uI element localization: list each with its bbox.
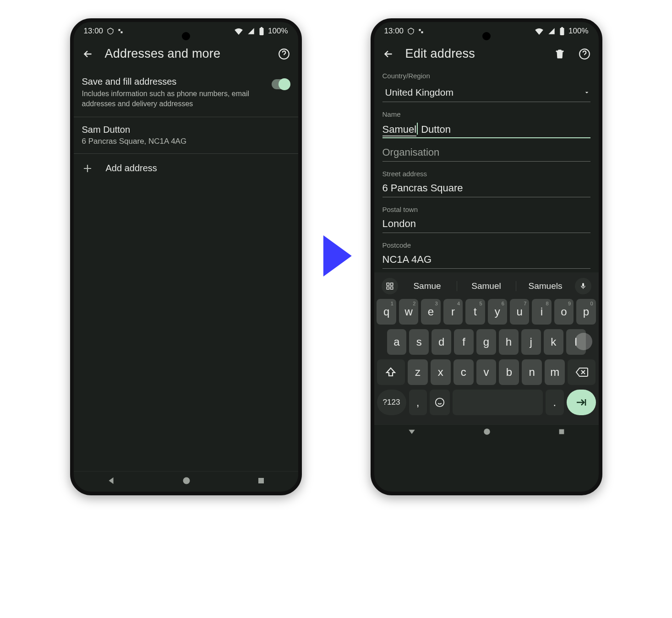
shift-icon (385, 367, 396, 378)
chevron-down-icon (583, 89, 590, 96)
svg-rect-15 (390, 287, 393, 289)
transition-arrow (320, 235, 352, 278)
key-q[interactable]: q1 (377, 299, 396, 325)
wifi-icon (234, 27, 243, 35)
key-l[interactable]: l (566, 329, 586, 355)
plus-small-icon (418, 28, 424, 34)
nav-home-button[interactable] (483, 428, 491, 438)
name-field[interactable]: Name Samuel Dutton (382, 110, 590, 138)
signal-icon (247, 27, 255, 35)
wifi-icon (535, 27, 544, 35)
key-h[interactable]: h (499, 329, 519, 355)
svg-rect-6 (258, 478, 264, 483)
key-k[interactable]: k (544, 329, 563, 355)
space-key[interactable] (453, 390, 543, 415)
help-button[interactable] (276, 48, 292, 60)
key-m[interactable]: m (545, 359, 565, 385)
back-button[interactable] (381, 48, 396, 60)
key-w[interactable]: w2 (399, 299, 418, 325)
comma-key[interactable]: , (409, 390, 427, 415)
key-e[interactable]: e3 (421, 299, 440, 325)
shield-icon (407, 27, 415, 35)
svg-rect-0 (119, 29, 120, 31)
help-icon (579, 48, 590, 60)
backspace-key[interactable] (568, 359, 596, 385)
status-battery: 100% (268, 27, 288, 36)
postcode-value: NC1A 4AG (382, 254, 590, 266)
country-field[interactable]: Country/Region United Kingdom (382, 72, 590, 102)
nav-back-button[interactable] (106, 476, 116, 488)
svg-rect-2 (260, 28, 264, 35)
play-icon (320, 235, 352, 276)
nav-back-button[interactable] (407, 427, 416, 438)
next-icon (575, 398, 587, 407)
key-z[interactable]: z (408, 359, 428, 385)
key-p[interactable]: p0 (576, 299, 596, 325)
save-fill-toggle[interactable] (272, 79, 290, 89)
back-button[interactable] (80, 48, 96, 60)
street-field[interactable]: Street address 6 Pancras Square (382, 170, 590, 197)
arrow-left-icon (382, 48, 394, 60)
svg-point-5 (183, 477, 190, 484)
enter-key[interactable] (567, 390, 596, 415)
system-nav (374, 424, 599, 440)
help-button[interactable] (577, 48, 592, 60)
period-key[interactable]: . (546, 390, 563, 415)
nav-recent-button[interactable] (257, 477, 265, 487)
stickers-button[interactable] (382, 278, 398, 294)
key-i[interactable]: i8 (532, 299, 551, 325)
address-entry[interactable]: Sam Dutton 6 Pancras Square, NC1A 4AG (74, 117, 298, 153)
setting-subtitle: Includes information such as phone numbe… (82, 89, 265, 109)
country-label: Country/Region (382, 72, 590, 80)
key-b[interactable]: b (499, 359, 519, 385)
postcode-field[interactable]: Postcode NC1A 4AG (382, 241, 590, 269)
key-u[interactable]: u7 (510, 299, 529, 325)
key-r[interactable]: r4 (443, 299, 463, 325)
key-s[interactable]: s (409, 329, 429, 355)
phone-right: 13:00 100% Edit address Country/Region U… (371, 18, 602, 495)
key-d[interactable]: d (432, 329, 451, 355)
country-value: United Kingdom (382, 87, 453, 98)
svg-point-17 (484, 428, 491, 435)
key-f[interactable]: f (454, 329, 474, 355)
delete-button[interactable] (552, 49, 568, 60)
suggestion-3[interactable]: Samuels (520, 278, 571, 294)
phone-left: 13:00 100% Addresses and more Save and f… (70, 18, 302, 495)
signal-icon (547, 27, 556, 35)
key-t[interactable]: t5 (465, 299, 485, 325)
shift-key[interactable] (377, 359, 405, 385)
triangle-left-icon (106, 476, 116, 486)
suggestion-1[interactable]: Samue (402, 278, 453, 294)
entry-address: 6 Pancras Square, NC1A 4AG (82, 137, 290, 146)
key-c[interactable]: c (453, 359, 474, 385)
name-label: Name (382, 110, 590, 118)
postcode-label: Postcode (382, 241, 590, 249)
emoji-key[interactable] (430, 390, 450, 415)
key-n[interactable]: n (522, 359, 542, 385)
svg-rect-3 (261, 27, 262, 28)
key-g[interactable]: g (476, 329, 496, 355)
voice-input-button[interactable] (575, 278, 591, 294)
key-y[interactable]: y6 (488, 299, 507, 325)
save-fill-setting[interactable]: Save and fill addresses Includes informa… (74, 69, 298, 117)
nav-recent-button[interactable] (558, 428, 565, 437)
svg-rect-18 (559, 429, 564, 434)
town-field[interactable]: Postal town London (382, 206, 590, 233)
key-a[interactable]: a (387, 329, 407, 355)
organisation-field[interactable]: Organisation (382, 146, 590, 162)
svg-rect-9 (560, 28, 564, 35)
suggestion-2[interactable]: Samuel (461, 278, 512, 294)
plus-icon (82, 163, 93, 174)
nav-home-button[interactable] (182, 476, 191, 487)
symbols-key[interactable]: ?123 (377, 390, 406, 415)
key-x[interactable]: x (431, 359, 451, 385)
key-o[interactable]: o9 (554, 299, 574, 325)
key-j[interactable]: j (521, 329, 541, 355)
svg-rect-14 (387, 287, 389, 289)
app-bar: Edit address (374, 36, 599, 69)
add-address-button[interactable]: Add address (74, 153, 298, 183)
town-value: London (382, 218, 590, 231)
battery-icon (559, 27, 565, 35)
key-v[interactable]: v (476, 359, 497, 385)
entry-name: Sam Dutton (82, 125, 290, 135)
